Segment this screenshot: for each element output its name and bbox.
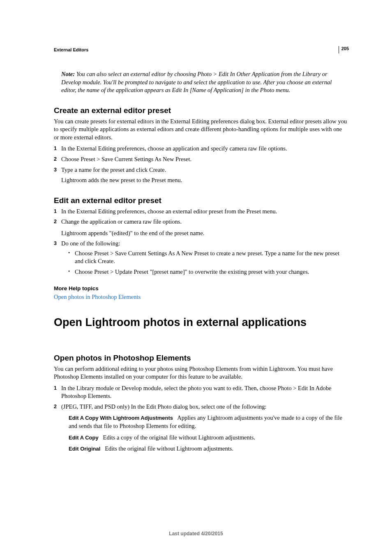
list-item: (JPEG, TIFF, and PSD only) In the Edit P… xyxy=(54,403,347,453)
step-followup: Lightroom appends "(edited)" to the end … xyxy=(61,229,347,238)
list-item: Change the application or camera raw fil… xyxy=(54,218,347,237)
list-item: In the External Editing preferences, cho… xyxy=(54,208,347,216)
link-open-photos-pse[interactable]: Open photos in Photoshop Elements xyxy=(54,294,141,300)
section1-intro: You can create presets for external edit… xyxy=(54,118,347,142)
runin-body: Edits the original file without Lightroo… xyxy=(105,445,233,452)
runin-label: Edit A Copy xyxy=(69,435,99,441)
runin-label: Edit Original xyxy=(69,446,100,452)
step-text: Type a name for the preset and click Cre… xyxy=(61,166,166,173)
step-followup: Lightroom adds the new preset to the Pre… xyxy=(61,176,347,185)
page-number: 205 xyxy=(339,46,349,53)
running-header: External Editors xyxy=(54,47,347,52)
runin-item: Edit A Copy Edits a copy of the original… xyxy=(69,434,347,442)
runin-label: Edit A Copy With Lightroom Adjustments xyxy=(69,415,173,421)
section2-bullets: Choose Preset > Save Current Settings As… xyxy=(68,250,347,276)
note-block: Note: You can also select an external ed… xyxy=(61,70,347,95)
runin-item: Edit Original Edits the original file wi… xyxy=(69,445,347,453)
heading-create-preset: Create an external editor preset xyxy=(54,106,347,115)
section3-steps: In the Library module or Develop module,… xyxy=(54,384,347,453)
runin-item: Edit A Copy With Lightroom Adjustments A… xyxy=(69,414,347,430)
list-item: Choose Preset > Save Current Settings As… xyxy=(68,250,347,266)
list-item: Choose Preset > Save Current Settings As… xyxy=(54,155,347,164)
section1-steps: In the External Editing preferences, cho… xyxy=(54,145,347,184)
step-text: Do one of the following: xyxy=(61,240,120,247)
section3-intro: You can perform additional editing to yo… xyxy=(54,365,347,381)
list-item: Choose Preset > Update Preset "[preset n… xyxy=(68,268,347,276)
runin-text xyxy=(100,434,103,441)
list-item: In the Library module or Develop module,… xyxy=(54,384,347,400)
page-footer: Last updated 4/20/2015 xyxy=(0,531,392,536)
section2-steps: In the External Editing preferences, cho… xyxy=(54,208,347,276)
list-item: Do one of the following: Choose Preset >… xyxy=(54,240,347,276)
more-help-heading: More Help topics xyxy=(54,285,347,291)
heading-edit-preset: Edit an external editor preset xyxy=(54,196,347,205)
step-text: Change the application or camera raw fil… xyxy=(61,218,182,225)
note-label: Note: xyxy=(61,71,75,77)
list-item: In the External Editing preferences, cho… xyxy=(54,145,347,153)
note-text: You can also select an external editor b… xyxy=(61,71,332,93)
runin-body: Edits a copy of the original file withou… xyxy=(103,434,256,441)
step-text: (JPEG, TIFF, and PSD only) In the Edit P… xyxy=(61,403,267,410)
heading-open-pse: Open photos in Photoshop Elements xyxy=(54,354,347,363)
list-item: Type a name for the preset and click Cre… xyxy=(54,166,347,185)
main-heading: Open Lightroom photos in external applic… xyxy=(54,316,347,329)
